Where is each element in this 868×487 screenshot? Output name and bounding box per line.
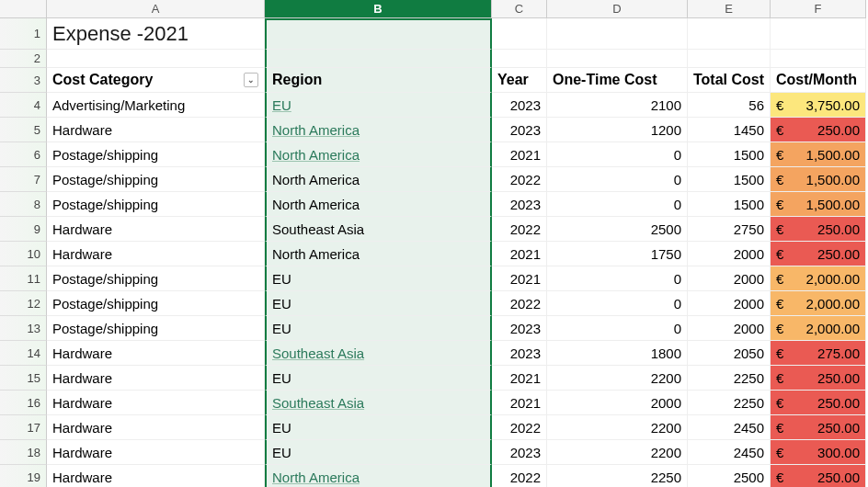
cell-empty-r2-3[interactable] — [771, 50, 866, 68]
row-header-5[interactable]: 5 — [0, 118, 47, 142]
row-header-17[interactable]: 17 — [0, 415, 47, 440]
cell-region[interactable]: EU — [265, 366, 492, 391]
col-header-D[interactable]: D — [547, 0, 688, 18]
cell-year[interactable]: 2021 — [492, 366, 547, 391]
cell-year[interactable]: 2023 — [492, 93, 547, 118]
cell-year[interactable]: 2021 — [492, 391, 547, 415]
cell-total-cost[interactable]: 2050 — [688, 341, 771, 366]
cell-cost-category[interactable]: Hardware — [47, 415, 265, 440]
cell-one-time-cost[interactable]: 2500 — [547, 217, 688, 242]
cell-region[interactable]: EU — [265, 291, 492, 316]
cell-total-cost[interactable]: 2500 — [688, 465, 771, 487]
cell-one-time-cost[interactable]: 2200 — [547, 440, 688, 465]
cell-total-cost[interactable]: 2000 — [688, 316, 771, 341]
col-header-B[interactable]: B — [265, 0, 492, 18]
row-header-13[interactable]: 13 — [0, 316, 47, 341]
row-header-19[interactable]: 19 — [0, 465, 47, 487]
row-header-10[interactable]: 10 — [0, 242, 47, 266]
cell-cost-month[interactable]: €2,000.00 — [771, 316, 866, 341]
cell-year[interactable]: 2023 — [492, 118, 547, 142]
cell-one-time-cost[interactable]: 0 — [547, 266, 688, 291]
cell-one-time-cost[interactable]: 2200 — [547, 366, 688, 391]
cell-one-time-cost[interactable]: 2250 — [547, 465, 688, 487]
col-header-F[interactable]: F — [771, 0, 866, 18]
row-header-1[interactable]: 1 — [0, 18, 47, 50]
row-header-8[interactable]: 8 — [0, 192, 47, 217]
region-text[interactable]: Southeast Asia — [272, 346, 364, 360]
cell-cost-month[interactable]: €250.00 — [771, 217, 866, 242]
row-header-15[interactable]: 15 — [0, 366, 47, 391]
row-header-4[interactable]: 4 — [0, 93, 47, 118]
cell-region[interactable]: Southeast Asia — [265, 341, 492, 366]
cell-total-cost[interactable]: 2450 — [688, 440, 771, 465]
cell-total-cost[interactable]: 2450 — [688, 415, 771, 440]
cell-one-time-cost[interactable]: 2100 — [547, 93, 688, 118]
header-region[interactable]: Region — [265, 68, 492, 93]
cell-one-time-cost[interactable]: 1200 — [547, 118, 688, 142]
cell-one-time-cost[interactable]: 0 — [547, 167, 688, 192]
cell-total-cost[interactable]: 2000 — [688, 291, 771, 316]
cell-cost-month[interactable]: €300.00 — [771, 440, 866, 465]
region-text[interactable]: North America — [272, 148, 360, 162]
header-cost-month[interactable]: Cost/Month — [771, 68, 866, 93]
row-header-2[interactable]: 2 — [0, 50, 47, 68]
cell-region[interactable]: North America — [265, 465, 492, 487]
region-text[interactable]: EU — [272, 98, 291, 112]
cell-year[interactable]: 2021 — [492, 266, 547, 291]
col-header-C[interactable]: C — [492, 0, 547, 18]
row-header-16[interactable]: 16 — [0, 391, 47, 415]
cell-cost-month[interactable]: €250.00 — [771, 415, 866, 440]
header-total-cost[interactable]: Total Cost — [688, 68, 771, 93]
cell-cost-month[interactable]: €3,750.00 — [771, 93, 866, 118]
cell-one-time-cost[interactable]: 0 — [547, 192, 688, 217]
cell-cost-month[interactable]: €250.00 — [771, 465, 866, 487]
cell-region[interactable]: North America — [265, 118, 492, 142]
cell-region[interactable]: Southeast Asia — [265, 217, 492, 242]
header-one-time-cost[interactable]: One-Time Cost — [547, 68, 688, 93]
cell-cost-category[interactable]: Postage/shipping — [47, 266, 265, 291]
cell-total-cost[interactable]: 1500 — [688, 167, 771, 192]
cell-year[interactable]: 2023 — [492, 316, 547, 341]
row-header-6[interactable]: 6 — [0, 142, 47, 167]
row-header-9[interactable]: 9 — [0, 217, 47, 242]
cell-cost-category[interactable]: Advertising/Marketing — [47, 93, 265, 118]
region-text[interactable]: North America — [272, 123, 360, 137]
cell-empty-r2-0[interactable] — [492, 50, 547, 68]
cell-cost-category[interactable]: Postage/shipping — [47, 316, 265, 341]
cell-total-cost[interactable]: 2250 — [688, 391, 771, 415]
cell-year[interactable]: 2022 — [492, 167, 547, 192]
header-cost-category[interactable]: Cost Category⌄ — [47, 68, 265, 93]
cell-cost-category[interactable]: Hardware — [47, 391, 265, 415]
cell-one-time-cost[interactable]: 1800 — [547, 341, 688, 366]
cell-region[interactable]: EU — [265, 440, 492, 465]
cell-empty-r1-3[interactable] — [771, 18, 866, 50]
cell-one-time-cost[interactable]: 1750 — [547, 242, 688, 266]
cell-cost-category[interactable]: Postage/shipping — [47, 167, 265, 192]
cell-empty-r1-1[interactable] — [547, 18, 688, 50]
cell-total-cost[interactable]: 1500 — [688, 192, 771, 217]
cell-region[interactable]: EU — [265, 93, 492, 118]
header-year[interactable]: Year — [492, 68, 547, 93]
row-header-12[interactable]: 12 — [0, 291, 47, 316]
cell-region[interactable]: North America — [265, 192, 492, 217]
title-cell[interactable]: Expense -2021 — [47, 18, 265, 50]
row-header-14[interactable]: 14 — [0, 341, 47, 366]
cell-year[interactable]: 2022 — [492, 291, 547, 316]
cell-empty-r1-0[interactable] — [492, 18, 547, 50]
cell-year[interactable]: 2022 — [492, 465, 547, 487]
region-text[interactable]: North America — [272, 470, 360, 484]
cell-region[interactable]: North America — [265, 142, 492, 167]
cell-one-time-cost[interactable]: 2200 — [547, 415, 688, 440]
cell-one-time-cost[interactable]: 0 — [547, 316, 688, 341]
cell-cost-category[interactable]: Postage/shipping — [47, 291, 265, 316]
cell-total-cost[interactable]: 2000 — [688, 242, 771, 266]
region-text[interactable]: Southeast Asia — [272, 396, 364, 410]
cell-total-cost[interactable]: 2750 — [688, 217, 771, 242]
cell-year[interactable]: 2021 — [492, 142, 547, 167]
cell-region[interactable]: Southeast Asia — [265, 391, 492, 415]
cell-empty-r1-2[interactable] — [688, 18, 771, 50]
cell-cost-month[interactable]: €250.00 — [771, 118, 866, 142]
cell-cost-month[interactable]: €2,000.00 — [771, 291, 866, 316]
filter-dropdown-icon[interactable]: ⌄ — [244, 73, 258, 87]
cell-year[interactable]: 2022 — [492, 217, 547, 242]
